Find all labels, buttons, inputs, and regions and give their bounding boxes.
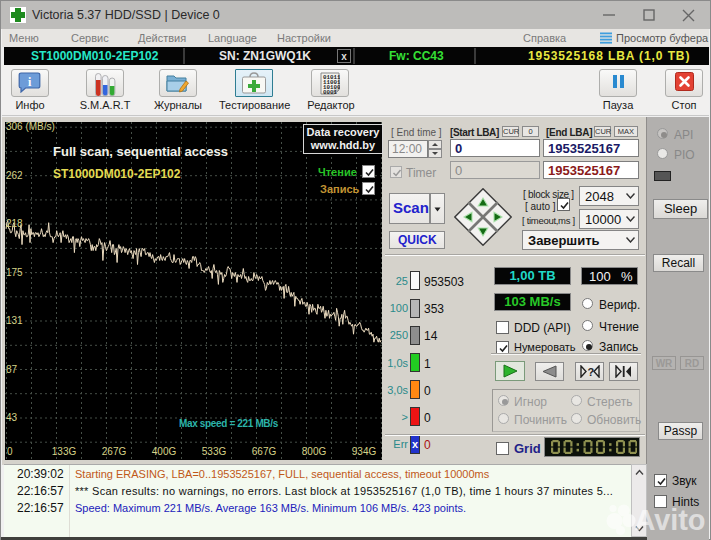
svg-text:0001: 0001 (323, 89, 337, 95)
svg-text:Avito: Avito (635, 504, 706, 536)
